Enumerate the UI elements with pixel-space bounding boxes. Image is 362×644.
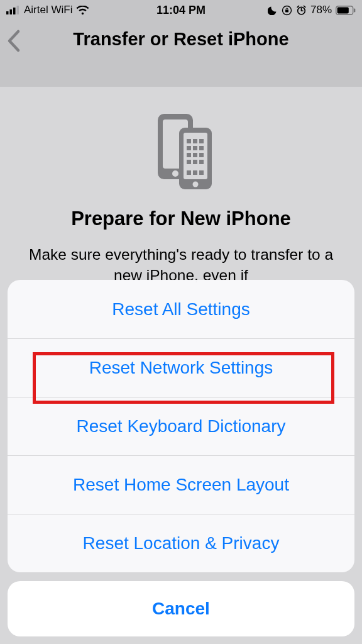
reset-keyboard-dictionary[interactable]: Reset Keyboard Dictionary [8,397,354,455]
reset-all-settings[interactable]: Reset All Settings [8,280,354,338]
cancel-button[interactable]: Cancel [8,581,354,636]
reset-network-settings[interactable]: Reset Network Settings [8,338,354,397]
reset-home-screen-layout[interactable]: Reset Home Screen Layout [8,455,354,514]
reset-location-privacy[interactable]: Reset Location & Privacy [8,514,354,572]
action-sheet: Reset All Settings Reset Network Setting… [8,280,354,636]
